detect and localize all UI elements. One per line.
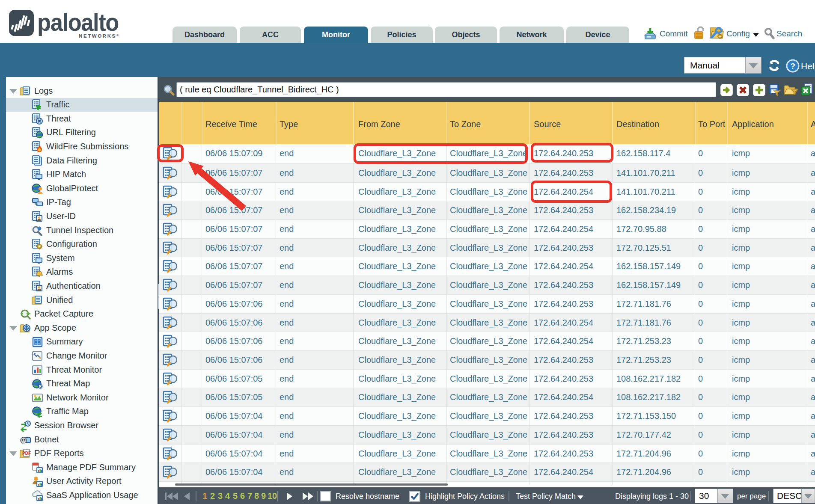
svg-text:?: ?	[790, 62, 795, 71]
svg-text:PDF: PDF	[22, 451, 31, 456]
